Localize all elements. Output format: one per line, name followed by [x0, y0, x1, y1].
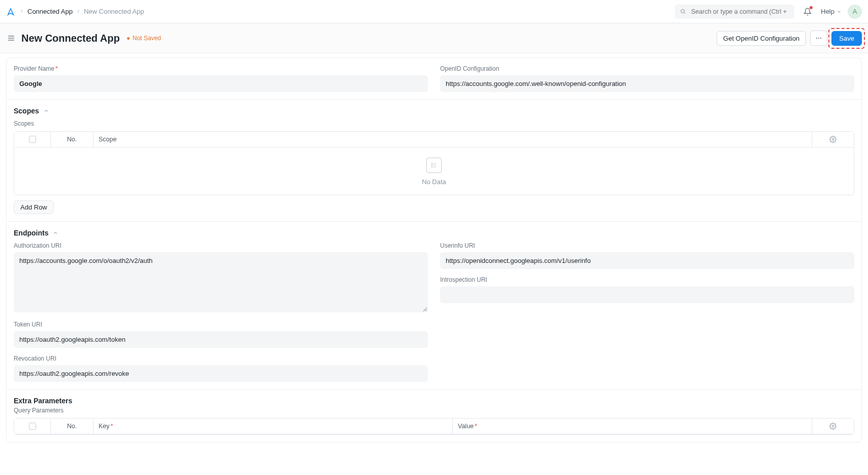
breadcrumb-parent[interactable]: Connected App — [27, 8, 73, 15]
scopes-table: No. Scope No Data — [14, 131, 854, 195]
scopes-no-data-text: No Data — [422, 178, 446, 186]
svg-point-9 — [431, 163, 432, 164]
gear-icon — [829, 423, 836, 430]
scopes-table-head: No. Scope — [14, 132, 854, 147]
topbar: Connected App New Connected App Help A — [0, 0, 868, 23]
svg-point-15 — [832, 425, 834, 427]
breadcrumb-current: New Connected App — [84, 8, 144, 15]
page-actions: Get OpenID Configuration Save — [717, 31, 862, 46]
section-scopes-title: Scopes — [14, 107, 39, 115]
save-highlight: Save — [831, 31, 862, 46]
openid-config-label: OpenID Configuration — [440, 65, 854, 72]
global-search[interactable] — [675, 5, 794, 19]
svg-point-7 — [821, 38, 822, 39]
query-params-col-settings[interactable] — [812, 419, 854, 434]
checkbox-icon[interactable] — [29, 136, 36, 143]
save-button[interactable]: Save — [831, 31, 862, 46]
query-params-table-head: No. Key* Value* — [14, 419, 854, 434]
field-provider-name: Provider Name* — [14, 65, 428, 92]
app-logo[interactable] — [6, 7, 15, 16]
query-params-col-check[interactable] — [14, 419, 51, 434]
ellipsis-icon — [815, 35, 822, 42]
topbar-right: Help A — [675, 5, 862, 19]
extra-parameters-title: Extra Parameters — [7, 390, 861, 405]
more-actions-button[interactable] — [810, 31, 827, 46]
token-uri-input[interactable] — [14, 331, 428, 348]
chevron-up-icon — [52, 229, 59, 236]
authorization-uri-input[interactable] — [14, 252, 428, 312]
openid-config-input[interactable] — [440, 75, 854, 92]
scopes-add-row-button[interactable]: Add Row — [14, 200, 54, 214]
sidebar-toggle[interactable] — [6, 33, 16, 43]
token-uri-label: Token URI — [14, 321, 428, 328]
form-body: Provider Name* OpenID Configuration Scop… — [6, 57, 862, 442]
query-params-table: No. Key* Value* — [14, 418, 854, 435]
unsaved-indicator: Not Saved — [127, 35, 161, 42]
query-params-col-value: Value* — [453, 419, 812, 434]
scopes-col-scope: Scope — [94, 132, 812, 147]
userinfo-uri-label: Userinfo URI — [440, 242, 854, 249]
get-openid-config-button[interactable]: Get OpenID Configuration — [717, 31, 806, 46]
provider-name-label: Provider Name* — [14, 65, 428, 72]
gear-icon — [829, 136, 836, 143]
introspection-uri-input[interactable] — [440, 286, 854, 303]
field-openid-config: OpenID Configuration — [440, 65, 854, 92]
checkbox-icon[interactable] — [29, 423, 36, 430]
svg-point-13 — [431, 167, 432, 168]
page-header: New Connected App Not Saved Get OpenID C… — [0, 23, 868, 53]
form-row-top: Provider Name* OpenID Configuration — [7, 58, 861, 99]
provider-name-input[interactable] — [14, 75, 428, 92]
chevron-right-icon — [76, 8, 81, 15]
section-scopes-toggle[interactable]: Scopes — [7, 100, 861, 118]
svg-point-8 — [832, 138, 834, 140]
notifications-button[interactable] — [800, 5, 815, 19]
menu-icon — [7, 34, 15, 42]
empty-list-icon — [426, 158, 442, 173]
notifications-indicator — [810, 6, 813, 9]
introspection-uri-label: Introspection URI — [440, 276, 854, 283]
section-endpoints-toggle[interactable]: Endpoints — [7, 222, 861, 240]
breadcrumb: Connected App New Connected App — [19, 8, 144, 15]
query-params-label: Query Parameters — [14, 407, 854, 414]
endpoints-row: Authorization URI Token URI Revocation U… — [7, 240, 861, 389]
svg-line-1 — [684, 13, 685, 14]
scopes-col-settings[interactable] — [812, 132, 854, 147]
svg-point-0 — [681, 10, 685, 13]
user-avatar[interactable]: A — [848, 5, 862, 19]
query-params-col-no: No. — [51, 419, 94, 434]
search-icon — [680, 8, 686, 15]
scopes-empty-state: No Data — [14, 147, 854, 195]
section-endpoints-title: Endpoints — [14, 229, 48, 237]
svg-point-5 — [816, 38, 817, 39]
chevron-right-icon — [19, 8, 24, 15]
svg-point-11 — [431, 165, 432, 166]
endpoints-left-col: Authorization URI Token URI Revocation U… — [14, 242, 428, 382]
revocation-uri-label: Revocation URI — [14, 355, 428, 362]
authorization-uri-label: Authorization URI — [14, 242, 428, 249]
revocation-uri-input[interactable] — [14, 365, 428, 382]
help-label: Help — [821, 8, 834, 15]
scopes-table-label: Scopes — [14, 120, 854, 127]
extra-parameters-body: Query Parameters No. Key* Value* — [7, 405, 861, 442]
query-params-col-key: Key* — [94, 419, 453, 434]
svg-point-6 — [818, 38, 819, 39]
scopes-col-check[interactable] — [14, 132, 51, 147]
global-search-input[interactable] — [690, 8, 789, 16]
help-dropdown[interactable]: Help — [821, 8, 842, 15]
section-scopes-body: Scopes No. Scope No Data Add Row — [7, 118, 861, 221]
chevron-down-icon — [836, 9, 842, 14]
scopes-col-no: No. — [51, 132, 94, 147]
page-title: New Connected App — [21, 33, 120, 44]
userinfo-uri-input[interactable] — [440, 252, 854, 269]
chevron-up-icon — [43, 107, 50, 114]
endpoints-right-col: Userinfo URI Introspection URI — [440, 242, 854, 382]
